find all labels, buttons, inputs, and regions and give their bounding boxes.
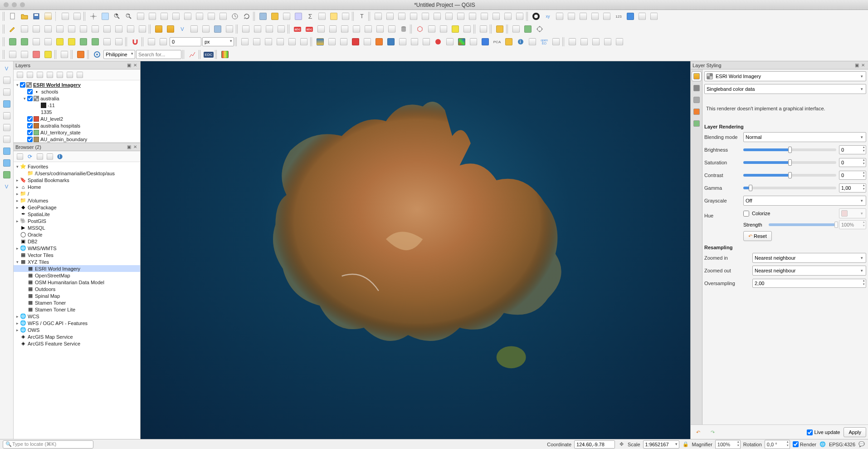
tab-history[interactable] — [692, 118, 702, 128]
layer-visibility-checkbox[interactable] — [27, 130, 33, 135]
sun5-button[interactable] — [102, 36, 112, 47]
abc7-button[interactable] — [363, 24, 374, 35]
new-vector-button[interactable]: V — [1, 181, 12, 192]
snap-button[interactable] — [146, 36, 157, 47]
search-input[interactable] — [136, 50, 181, 59]
filter2-button[interactable] — [19, 49, 30, 60]
browser-props-button[interactable]: i — [55, 152, 64, 161]
label2-button[interactable] — [385, 11, 395, 22]
add-mesh-button[interactable] — [1, 87, 12, 98]
styling-panel-header[interactable]: Layer Styling ▣ ✕ — [691, 61, 868, 69]
messages-icon[interactable]: 💬 — [858, 441, 865, 448]
reset-button[interactable]: ↶Reset — [743, 231, 772, 241]
browser-item[interactable]: 📁/Users/codrinamariailie/Desktop/aus — [14, 170, 140, 177]
browser-item[interactable]: ▸🔖Spatial Bookmarks — [14, 177, 140, 183]
sun1-button[interactable] — [54, 36, 65, 47]
label4-button[interactable] — [408, 11, 419, 22]
label12-button[interactable] — [502, 11, 513, 22]
deselect-button[interactable] — [264, 24, 275, 35]
close-icon[interactable] — [4, 2, 9, 7]
crs-label[interactable]: EPSG:4326 — [829, 442, 855, 447]
edit-button[interactable] — [7, 24, 18, 35]
label13-button[interactable] — [514, 11, 525, 22]
brightness-slider[interactable] — [743, 148, 836, 151]
tab-histogram[interactable] — [692, 95, 702, 105]
blue-button[interactable] — [480, 36, 491, 47]
plugin-e-button[interactable] — [374, 36, 385, 47]
shape2-button[interactable] — [165, 24, 176, 35]
layer-visibility-checkbox[interactable] — [27, 137, 33, 142]
browser-item[interactable]: ▦Spinal Map — [14, 292, 140, 299]
openeo-button[interactable]: openEO — [539, 36, 550, 47]
crosshair-button[interactable] — [534, 24, 545, 35]
hexagon-button[interactable] — [414, 24, 425, 35]
maximize-icon[interactable] — [20, 2, 25, 7]
num-button[interactable]: 123 — [613, 11, 624, 22]
layer-visibility-checkbox[interactable] — [27, 116, 33, 122]
browser-item[interactable]: ▸🌐WCS — [14, 313, 140, 320]
geom3-button[interactable] — [590, 36, 601, 47]
checker-button[interactable] — [444, 36, 455, 47]
blending-select[interactable]: Normal — [743, 132, 866, 142]
plugin2-button[interactable] — [522, 24, 533, 35]
new-bookmark-button[interactable] — [218, 11, 229, 22]
gamma-input[interactable]: 1,00 — [839, 183, 866, 192]
browser-item[interactable]: ▦OpenStreetMap — [14, 272, 140, 279]
snap-tolerance-input[interactable] — [170, 37, 201, 46]
browser-item[interactable]: ▦Stamen Toner — [14, 299, 140, 306]
close-icon[interactable]: ✕ — [132, 144, 138, 150]
browser-item[interactable]: ◯Oracle — [14, 231, 140, 238]
plugin-b-button[interactable] — [338, 36, 349, 47]
browser-item[interactable]: ▾▦XYZ Tiles — [14, 258, 140, 265]
layer-item[interactable]: 1335 — [14, 109, 140, 115]
zoom-out-button[interactable]: − — [123, 11, 134, 22]
curve2-button[interactable] — [566, 11, 577, 22]
scale-input[interactable] — [643, 440, 679, 449]
layer-item[interactable]: australia hospitals — [14, 122, 140, 129]
raster1-button[interactable] — [7, 36, 18, 47]
undock-icon[interactable]: ▣ — [126, 144, 132, 150]
annotation-button[interactable] — [340, 11, 351, 22]
tab-transparency[interactable] — [692, 83, 702, 93]
flag-button[interactable] — [551, 36, 561, 47]
raster2-button[interactable] — [19, 36, 30, 47]
label3-button[interactable] — [396, 11, 407, 22]
toolbar-handle[interactable] — [3, 12, 5, 21]
browser-item[interactable]: ▸🌐WMS/WMTS — [14, 245, 140, 252]
add-vector-button[interactable]: V — [1, 63, 12, 74]
new-map-view-button[interactable] — [206, 11, 217, 22]
zoomed-in-select[interactable]: Nearest neighbour — [752, 253, 866, 263]
plugin1-button[interactable] — [511, 24, 522, 35]
nav-button[interactable] — [625, 11, 636, 22]
abc9-button[interactable] — [386, 24, 397, 35]
browser-item[interactable]: ▸📁/ — [14, 190, 140, 197]
undo-button[interactable]: ↶ — [692, 427, 703, 438]
edit7-button[interactable] — [78, 24, 89, 35]
car-button[interactable] — [462, 24, 473, 35]
layer-remove-button[interactable] — [75, 70, 84, 79]
topo6-button[interactable] — [298, 36, 309, 47]
layout-manager-button[interactable] — [60, 11, 71, 22]
layers-panel-header[interactable]: Layers ▣ ✕ — [14, 61, 140, 69]
abc2-button[interactable]: abc — [304, 24, 315, 35]
apply-button[interactable]: Apply — [844, 427, 866, 437]
add-postgis-button[interactable] — [1, 122, 12, 133]
abc4-button[interactable] — [327, 24, 338, 35]
layer-visibility-checkbox[interactable] — [20, 82, 25, 88]
layer-collapse-button[interactable] — [65, 70, 74, 79]
filter4-button[interactable] — [43, 49, 54, 60]
nav3-button[interactable] — [649, 11, 659, 22]
coord-input[interactable] — [574, 440, 615, 449]
browser-item[interactable]: ▸◆GeoPackage — [14, 204, 140, 211]
filter1-button[interactable] — [7, 49, 18, 60]
zoom-in-button[interactable]: + — [112, 11, 122, 22]
temporal-controller-button[interactable] — [229, 11, 240, 22]
layer-visibility-checkbox[interactable] — [27, 96, 33, 101]
raster3-button[interactable] — [31, 36, 42, 47]
red-circle-button[interactable] — [433, 36, 444, 47]
magnet-button[interactable] — [130, 36, 141, 47]
browser-item[interactable]: ▸🌐OWS — [14, 326, 140, 333]
contrast-slider[interactable] — [743, 174, 836, 177]
layers-tree[interactable]: ▾ESRI World Imagery•schools▾australia-11… — [14, 80, 140, 143]
donut-icon[interactable] — [531, 11, 541, 22]
